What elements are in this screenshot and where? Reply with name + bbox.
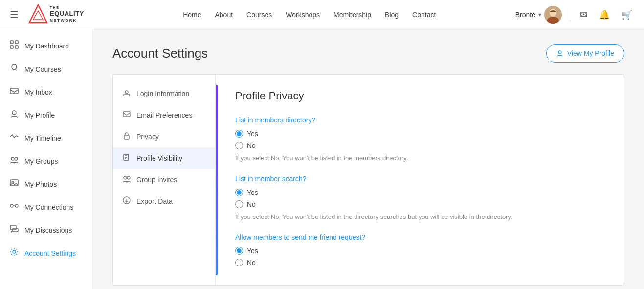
settings-nav-label-login: Login Information bbox=[136, 90, 189, 97]
nav-blog[interactable]: Blog bbox=[385, 11, 399, 19]
svg-rect-11 bbox=[10, 88, 18, 94]
question-1-yes[interactable]: Yes bbox=[235, 130, 604, 138]
avatar-image bbox=[544, 6, 562, 24]
sidebar-item-connections[interactable]: My Connections bbox=[0, 195, 92, 218]
settings-nav-export[interactable]: Export Data bbox=[113, 191, 215, 212]
question-1-no[interactable]: No bbox=[235, 142, 604, 149]
settings-nav-privacy[interactable]: Privacy bbox=[113, 126, 215, 147]
nav-about[interactable]: About bbox=[215, 11, 233, 19]
logo-network: NETWORK bbox=[50, 18, 84, 23]
user-chevron-icon: ▾ bbox=[538, 11, 541, 18]
blue-bar bbox=[216, 85, 218, 275]
dashboard-icon bbox=[10, 40, 19, 51]
nav-right: Bronte ▾ ✉ 🔔 🛒 bbox=[515, 6, 634, 24]
settings-nav-label-email: Email Preferences bbox=[136, 111, 192, 119]
svg-rect-15 bbox=[10, 180, 18, 186]
sidebar-label-inbox: My Inbox bbox=[24, 88, 52, 96]
page-header: Account Settings View My Profile bbox=[112, 44, 624, 63]
sidebar-label-dashboard: My Dashboard bbox=[24, 42, 69, 50]
user-icon bbox=[556, 50, 563, 57]
nav-contact[interactable]: Contact bbox=[412, 11, 436, 19]
settings-panel: Login Information Email Preferences Priv… bbox=[112, 74, 624, 286]
svg-point-14 bbox=[15, 157, 18, 160]
sidebar-item-timeline[interactable]: My Timeline bbox=[0, 126, 92, 149]
settings-icon bbox=[10, 247, 19, 259]
sidebar-label-profile: My Profile bbox=[24, 111, 55, 119]
notification-icon[interactable]: 🔔 bbox=[597, 7, 612, 22]
nav-home[interactable]: Home bbox=[183, 11, 201, 19]
question-3-yes[interactable]: Yes bbox=[235, 247, 604, 255]
question-2-no-input[interactable] bbox=[235, 200, 243, 208]
sidebar: My Dashboard My Courses My Inbox My Prof… bbox=[0, 29, 93, 289]
sidebar-item-photos[interactable]: My Photos bbox=[0, 172, 92, 195]
settings-nav-visibility[interactable]: Profile Visibility bbox=[113, 147, 215, 169]
logo-the: THE bbox=[50, 5, 84, 10]
question-3-no[interactable]: No bbox=[235, 259, 604, 266]
sidebar-item-groups[interactable]: My Groups bbox=[0, 149, 92, 172]
sidebar-item-courses[interactable]: My Courses bbox=[0, 57, 92, 80]
nav-workshops[interactable]: Workshops bbox=[286, 11, 320, 19]
question-2-no[interactable]: No bbox=[235, 200, 604, 208]
svg-point-24 bbox=[125, 91, 128, 94]
nav-membership[interactable]: Membership bbox=[333, 11, 371, 19]
question-3-radio-group: Yes No bbox=[235, 247, 604, 266]
sidebar-item-dashboard[interactable]: My Dashboard bbox=[0, 34, 92, 57]
settings-nav-label-invites: Group Invites bbox=[136, 176, 177, 184]
inbox-icon bbox=[10, 86, 19, 97]
question-2-yes-input[interactable] bbox=[235, 189, 243, 196]
groups-icon bbox=[10, 155, 19, 167]
svg-point-23 bbox=[558, 51, 561, 54]
settings-nav-email[interactable]: Email Preferences bbox=[113, 104, 215, 126]
email-icon bbox=[123, 110, 131, 120]
question-2-hint: If you select No, You won't be listed in… bbox=[235, 212, 604, 222]
user-name: Bronte bbox=[515, 11, 535, 19]
cart-icon[interactable]: 🛒 bbox=[620, 7, 634, 22]
svg-point-18 bbox=[15, 204, 18, 207]
question-3-yes-input[interactable] bbox=[235, 247, 243, 255]
sidebar-label-photos: My Photos bbox=[24, 180, 57, 188]
mail-icon[interactable]: ✉ bbox=[578, 7, 589, 22]
view-profile-button[interactable]: View My Profile bbox=[546, 44, 624, 63]
settings-nav-invites[interactable]: Group Invites bbox=[113, 169, 215, 191]
question-2-label: List in member search? bbox=[235, 175, 604, 183]
sidebar-item-profile[interactable]: My Profile bbox=[0, 103, 92, 126]
sidebar-item-inbox[interactable]: My Inbox bbox=[0, 80, 92, 103]
connections-icon bbox=[10, 201, 19, 213]
top-nav: ☰ THE equality NETWORK Home About Course… bbox=[0, 0, 644, 29]
settings-nav-label-visibility: Profile Visibility bbox=[136, 154, 182, 162]
svg-rect-26 bbox=[123, 112, 130, 117]
photos-icon bbox=[10, 178, 19, 190]
settings-nav-login[interactable]: Login Information bbox=[113, 83, 215, 104]
settings-content: Profile Privacy List in members director… bbox=[216, 75, 624, 285]
svg-point-32 bbox=[124, 176, 127, 179]
svg-rect-9 bbox=[15, 46, 18, 48]
question-1-no-input[interactable] bbox=[235, 142, 243, 149]
question-1-label: List in members directory? bbox=[235, 116, 604, 124]
sidebar-item-settings[interactable]: Account Settings bbox=[0, 241, 92, 265]
settings-nav-label-privacy: Privacy bbox=[136, 133, 159, 141]
question-3-no-input[interactable] bbox=[235, 259, 243, 266]
hamburger-icon[interactable]: ☰ bbox=[10, 9, 19, 21]
svg-point-22 bbox=[13, 250, 16, 253]
nav-courses[interactable]: Courses bbox=[246, 11, 272, 19]
sidebar-label-discussions: My Discussions bbox=[24, 226, 72, 234]
visibility-icon bbox=[123, 153, 131, 163]
svg-point-13 bbox=[11, 157, 14, 160]
sidebar-item-discussions[interactable]: My Discussions bbox=[0, 218, 92, 241]
nav-divider bbox=[570, 8, 570, 22]
question-1-radio-group: Yes No bbox=[235, 130, 604, 149]
settings-sidebar: Login Information Email Preferences Priv… bbox=[113, 75, 216, 285]
user-menu[interactable]: Bronte ▾ bbox=[515, 6, 562, 24]
sidebar-label-timeline: My Timeline bbox=[24, 134, 61, 142]
avatar bbox=[544, 6, 562, 24]
sidebar-label-courses: My Courses bbox=[24, 65, 61, 73]
nav-links: Home About Courses Workshops Membership … bbox=[104, 11, 515, 19]
question-2-yes[interactable]: Yes bbox=[235, 189, 604, 196]
svg-point-10 bbox=[12, 64, 17, 69]
timeline-icon bbox=[10, 132, 19, 144]
question-1-hint: If you select No, You won't be listed in… bbox=[235, 153, 604, 163]
export-icon bbox=[123, 196, 131, 206]
svg-rect-25 bbox=[124, 94, 130, 96]
question-1-yes-input[interactable] bbox=[235, 130, 243, 138]
privacy-icon bbox=[123, 132, 131, 142]
